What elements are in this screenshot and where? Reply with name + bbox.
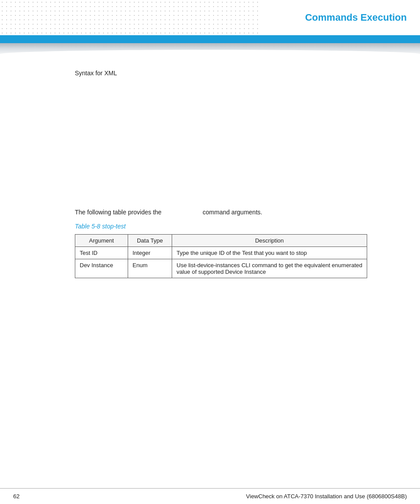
cell-description-0: Type the unique ID of the Test that you … [172, 247, 367, 259]
following-text-after: command arguments. [203, 209, 262, 216]
header-title-area: Commands Execution [262, 0, 420, 35]
page-title: Commands Execution [305, 12, 407, 23]
table-caption: Table 5-8 stop-test [75, 223, 367, 230]
cell-datatype-0: Integer [128, 247, 172, 259]
arguments-table: Argument Data Type Description Test ID I… [75, 234, 367, 278]
content-spacer [75, 85, 367, 209]
col-header-argument: Argument [75, 235, 128, 247]
col-header-datatype: Data Type [128, 235, 172, 247]
footer-page-number: 62 [13, 493, 19, 500]
main-content: Syntax for XML The following table provi… [0, 56, 420, 291]
blue-bar [0, 35, 420, 43]
table-header-row: Argument Data Type Description [75, 235, 367, 247]
wave-area [0, 43, 420, 56]
cell-datatype-1: Enum [128, 259, 172, 278]
cell-argument-1: Dev Instance [75, 259, 128, 278]
following-text-before: The following table provides the [75, 209, 162, 216]
col-header-description: Description [172, 235, 367, 247]
footer-doc-title: ViewCheck on ATCA-7370 Installation and … [246, 493, 407, 500]
table-row: Test ID Integer Type the unique ID of th… [75, 247, 367, 259]
syntax-label: Syntax for XML [75, 70, 367, 77]
following-text: The following table provides the command… [75, 209, 367, 216]
table-row: Dev Instance Enum Use list-device-instan… [75, 259, 367, 278]
header: Commands Execution [0, 0, 420, 35]
footer: 62 ViewCheck on ATCA-7370 Installation a… [0, 488, 420, 504]
cell-description-1: Use list-device-instances CLI command to… [172, 259, 367, 278]
cell-argument-0: Test ID [75, 247, 128, 259]
